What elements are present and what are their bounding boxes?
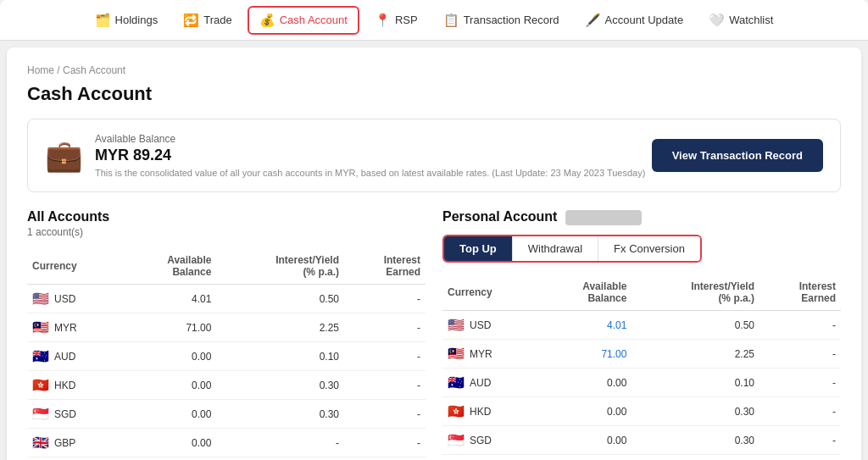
personal-account-panel: Personal Account Top Up Withdrawal Fx Co… <box>442 209 841 460</box>
interest-earned-cell: - <box>344 371 426 400</box>
interest-earned-cell: - <box>344 313 426 342</box>
available-balance-cell: 71.00 <box>537 340 632 369</box>
table-row: 🇸🇬 SGD 0.00 0.30 - <box>442 426 841 455</box>
flag-icon: 🇺🇸 <box>32 291 49 307</box>
interest-yield-cell: 0.30 <box>632 426 760 455</box>
all-accounts-title: All Accounts <box>27 209 426 224</box>
col-interest-yield-all: Interest/Yield(% p.a.) <box>216 248 344 285</box>
currency-cell: 🇸🇬 SGD <box>442 426 537 455</box>
interest-earned-cell: - <box>344 429 426 457</box>
nav-item-holdings[interactable]: 🗂️ Holdings <box>85 8 169 33</box>
available-balance-cell: 0.00 <box>122 429 216 457</box>
currency-label: AUD <box>54 351 75 363</box>
currency-label: AUD <box>470 377 491 389</box>
table-row: 🇦🇺 AUD 0.00 0.10 - <box>442 369 841 397</box>
col-currency-personal: Currency <box>442 274 537 311</box>
personal-account-tabs: Top Up Withdrawal Fx Conversion <box>442 235 702 263</box>
all-accounts-panel: All Accounts 1 account(s) Currency Avail… <box>27 209 426 460</box>
interest-earned-cell: - <box>760 397 841 426</box>
available-balance-cell: 0.00 <box>122 342 216 371</box>
rsp-icon: 📍 <box>375 13 391 28</box>
tab-withdrawal[interactable]: Withdrawal <box>513 236 598 261</box>
interest-yield-cell: - <box>216 429 344 457</box>
flag-icon: 🇦🇺 <box>448 374 465 391</box>
balance-amount: MYR 89.24 <box>95 147 645 164</box>
interest-earned-cell: - <box>760 426 841 455</box>
interest-yield-cell: 0.50 <box>216 285 344 313</box>
interest-earned-cell: - <box>760 369 841 397</box>
table-row: 🇬🇧 GBP 0.00 - - <box>442 455 841 461</box>
interest-yield-cell: 2.25 <box>632 340 760 369</box>
currency-cell: 🇺🇸 USD <box>27 285 122 313</box>
available-balance-cell: 4.01 <box>537 311 632 340</box>
currency-label: MYR <box>54 322 77 334</box>
interest-earned-cell: - <box>760 311 841 340</box>
wallet-icon: 💼 <box>45 138 83 174</box>
interest-yield-cell: 0.30 <box>216 400 344 429</box>
interest-earned-cell: - <box>344 342 426 371</box>
trade-icon: 🔁 <box>183 13 199 28</box>
currency-label: HKD <box>470 406 491 418</box>
available-balance-cell: 0.00 <box>537 369 632 397</box>
currency-cell: 🇸🇬 SGD <box>27 400 122 429</box>
currency-label: SGD <box>54 408 76 420</box>
interest-earned-cell: - <box>344 285 426 313</box>
currency-label: USD <box>54 293 75 305</box>
balance-note: This is the consolidated value of all yo… <box>95 168 645 178</box>
holdings-icon: 🗂️ <box>95 13 111 28</box>
nav-item-cash-account[interactable]: 💰 Cash Account <box>248 6 359 35</box>
page-title: Cash Account <box>27 83 841 105</box>
interest-earned-cell: - <box>344 400 426 429</box>
nav-item-trade[interactable]: 🔁 Trade <box>173 8 242 33</box>
interest-earned-cell: - <box>760 455 841 461</box>
currency-label: HKD <box>54 380 75 391</box>
breadcrumb: Home / Cash Account <box>27 64 841 76</box>
flag-icon: 🇺🇸 <box>448 317 465 333</box>
currency-cell: 🇲🇾 MYR <box>27 313 122 342</box>
top-navigation: 🗂️ Holdings 🔁 Trade 💰 Cash Account 📍 RSP… <box>0 0 868 41</box>
flag-icon: 🇭🇰 <box>32 377 49 393</box>
interest-yield-cell: 0.10 <box>216 342 344 371</box>
balance-label: Available Balance <box>95 133 645 145</box>
flag-icon: 🇬🇧 <box>32 435 49 451</box>
flag-icon: 🇲🇾 <box>32 319 49 335</box>
transaction-record-icon: 📋 <box>443 13 459 28</box>
interest-yield-cell: 0.30 <box>216 457 344 461</box>
table-row: 🇭🇰 HKD 0.00 0.30 - <box>27 371 426 400</box>
balance-info: 💼 Available Balance MYR 89.24 This is th… <box>45 133 645 178</box>
available-balance-cell: 4.01 <box>122 285 216 313</box>
currency-label: MYR <box>470 348 492 360</box>
all-accounts-subtitle: 1 account(s) <box>27 226 426 238</box>
nav-item-watchlist[interactable]: 🤍 Watchlist <box>698 8 783 33</box>
table-row: 🇲🇾 MYR 71.00 2.25 - <box>442 340 841 369</box>
flag-icon: 🇲🇾 <box>448 346 465 362</box>
currency-cell: 🇭🇰 HKD <box>442 397 537 426</box>
interest-yield-cell: 0.30 <box>632 397 760 426</box>
personal-account-table: Currency AvailableBalance Interest/Yield… <box>442 274 841 460</box>
table-row: 🇺🇸 USD 4.01 0.50 - <box>442 311 841 340</box>
currency-label: GBP <box>54 437 75 449</box>
flag-icon: 🇭🇰 <box>448 403 465 419</box>
available-balance-cell: 0.00 <box>537 397 632 426</box>
available-balance-cell: 0.00 <box>122 400 216 429</box>
table-row: 🇲🇾 MYR 71.00 2.25 - <box>27 313 426 342</box>
currency-cell: 🇭🇰 HKD <box>27 371 122 400</box>
nav-item-account-update[interactable]: 🖋️ Account Update <box>575 8 694 33</box>
view-transaction-button[interactable]: View Transaction Record <box>652 139 823 172</box>
flag-icon: 🇸🇬 <box>32 406 49 422</box>
col-interest-yield-personal: Interest/Yield(% p.a.) <box>632 274 760 311</box>
flag-icon: 🇦🇺 <box>32 348 49 364</box>
tab-fx-conversion[interactable]: Fx Conversion <box>598 236 700 261</box>
available-balance-cell: 0.00 <box>537 455 632 461</box>
nav-item-rsp[interactable]: 📍 RSP <box>364 8 428 33</box>
interest-yield-cell: 0.50 <box>632 311 760 340</box>
currency-cell: 🇬🇧 GBP <box>27 429 122 457</box>
tab-top-up[interactable]: Top Up <box>444 236 513 261</box>
currency-cell: 🇦🇺 AUD <box>27 342 122 371</box>
currency-label: USD <box>470 319 491 331</box>
col-interest-earned-all: InterestEarned <box>344 248 426 285</box>
cash-account-icon: 💰 <box>259 13 275 28</box>
interest-yield-cell: 0.30 <box>216 371 344 400</box>
table-row: 🇸🇬 SGD 0.00 0.30 - <box>27 400 426 429</box>
nav-item-transaction-record[interactable]: 📋 Transaction Record <box>433 8 570 33</box>
